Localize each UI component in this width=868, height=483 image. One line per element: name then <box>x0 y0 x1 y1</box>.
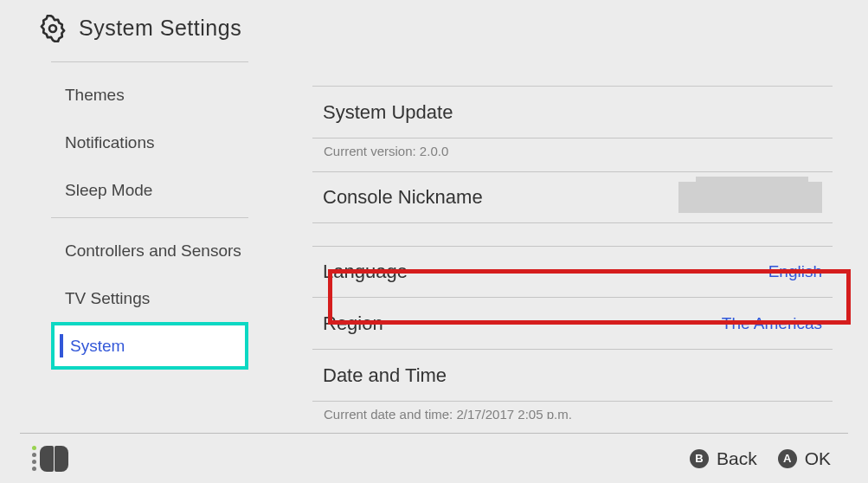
sidebar-item-label: Sleep Mode <box>65 181 152 200</box>
player-dot-icon <box>32 467 36 471</box>
row-label: Language <box>323 261 408 283</box>
row-label: Region <box>323 312 383 335</box>
b-button-icon: B <box>690 449 709 468</box>
row-region[interactable]: Region The Americas <box>312 298 833 350</box>
row-label: Console Nickname <box>323 186 483 209</box>
system-update-version: Current version: 2.0.0 <box>312 138 833 171</box>
sidebar-item-controllers[interactable]: Controllers and Sensors <box>51 227 248 274</box>
sidebar-item-notifications[interactable]: Notifications <box>51 119 248 166</box>
sidebar-item-label: Notifications <box>65 133 155 152</box>
row-label: Date and Time <box>323 364 447 387</box>
region-value: The Americas <box>722 314 822 333</box>
back-hint[interactable]: B Back <box>690 448 757 469</box>
sidebar-item-label: amiibo <box>65 56 113 58</box>
row-language[interactable]: Language English <box>312 246 833 298</box>
ok-label: OK <box>805 448 831 469</box>
player-dot-icon <box>32 446 36 450</box>
header: System Settings <box>20 0 848 56</box>
row-system-update[interactable]: System Update <box>312 87 833 138</box>
sidebar-item-label: Themes <box>65 86 125 105</box>
sidebar-item-tv-settings[interactable]: TV Settings <box>51 274 248 322</box>
player-dot-icon <box>32 453 36 457</box>
page-title: System Settings <box>79 16 241 41</box>
date-time-sub: Current date and time: 2/17/2017 2:05 p.… <box>312 402 833 419</box>
footer: B Back A OK <box>20 433 848 483</box>
svg-point-0 <box>49 25 56 32</box>
language-value: English <box>768 262 822 281</box>
sidebar-item-amiibo[interactable]: amiibo <box>51 56 248 58</box>
divider <box>51 217 248 218</box>
a-button-icon: A <box>778 449 797 468</box>
row-console-nickname[interactable]: Console Nickname <box>312 171 833 223</box>
content: System Update Current version: 2.0.0 Con… <box>280 56 848 435</box>
nickname-value-redacted <box>678 182 822 213</box>
sidebar-item-label: System <box>70 337 125 356</box>
body: amiibo Themes Notifications Sleep Mode C… <box>20 56 848 435</box>
joycon-icon <box>40 446 68 472</box>
row-date-time[interactable]: Date and Time <box>312 350 833 402</box>
divider <box>51 61 248 62</box>
sidebar-item-label: Controllers and Sensors <box>65 242 241 261</box>
sidebar-item-themes[interactable]: Themes <box>51 71 248 119</box>
ok-hint[interactable]: A OK <box>778 448 831 469</box>
sidebar-item-label: TV Settings <box>65 289 150 308</box>
controller-indicator <box>32 446 68 472</box>
sidebar: amiibo Themes Notifications Sleep Mode C… <box>20 56 280 435</box>
sidebar-item-sleep-mode[interactable]: Sleep Mode <box>51 166 248 214</box>
player-dot-icon <box>32 460 36 464</box>
back-label: Back <box>717 448 757 469</box>
sidebar-item-system[interactable]: System <box>51 322 248 370</box>
main-window: System Settings amiibo Themes Notificati… <box>20 0 848 435</box>
row-label: System Update <box>323 101 453 124</box>
gear-icon <box>39 15 67 42</box>
